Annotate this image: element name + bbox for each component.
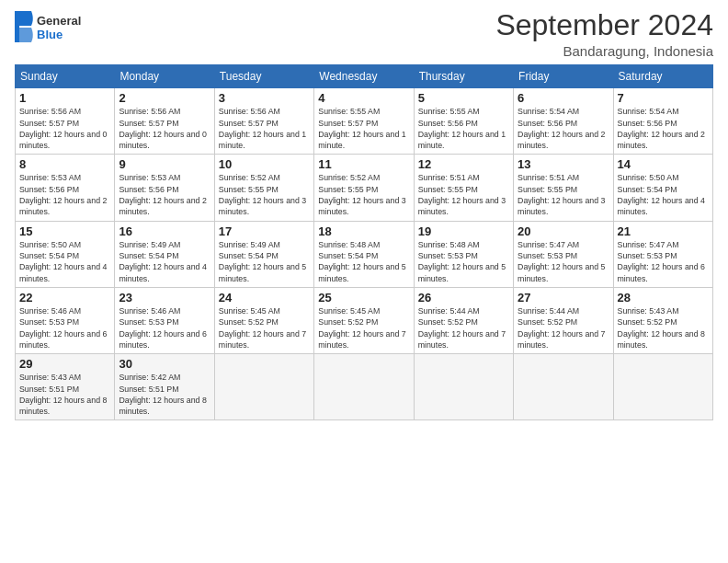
calendar-cell: 21 Sunrise: 5:47 AM Sunset: 5:53 PM Dayl… (613, 221, 712, 287)
calendar-cell: 2 Sunrise: 5:56 AM Sunset: 5:57 PM Dayli… (115, 88, 214, 155)
day-info: Sunrise: 5:47 AM Sunset: 5:53 PM Dayligh… (618, 239, 709, 284)
day-info: Sunrise: 5:45 AM Sunset: 5:52 PM Dayligh… (318, 305, 409, 350)
day-info: Sunrise: 5:43 AM Sunset: 5:51 PM Dayligh… (19, 372, 110, 417)
calendar-cell: 17 Sunrise: 5:49 AM Sunset: 5:54 PM Dayl… (214, 221, 313, 287)
week-row-5: 29 Sunrise: 5:43 AM Sunset: 5:51 PM Dayl… (16, 354, 713, 420)
day-number: 19 (418, 224, 509, 238)
day-info: Sunrise: 5:48 AM Sunset: 5:53 PM Dayligh… (418, 239, 509, 284)
day-number: 22 (19, 291, 110, 304)
calendar-cell: 12 Sunrise: 5:51 AM Sunset: 5:55 PM Dayl… (414, 155, 513, 221)
day-number: 13 (518, 157, 609, 171)
header-friday: Friday (514, 65, 613, 88)
calendar-cell: 11 Sunrise: 5:52 AM Sunset: 5:55 PM Dayl… (314, 155, 414, 221)
calendar-cell: 14 Sunrise: 5:50 AM Sunset: 5:54 PM Dayl… (613, 155, 712, 221)
day-info: Sunrise: 5:50 AM Sunset: 5:54 PM Dayligh… (618, 172, 709, 217)
calendar-cell (613, 354, 712, 420)
calendar-cell: 8 Sunrise: 5:53 AM Sunset: 5:56 PM Dayli… (16, 155, 115, 221)
day-number: 9 (119, 157, 210, 171)
day-number: 17 (219, 224, 310, 238)
calendar-cell: 23 Sunrise: 5:46 AM Sunset: 5:53 PM Dayl… (115, 287, 214, 353)
day-number: 3 (219, 91, 310, 105)
header-sunday: Sunday (16, 65, 115, 88)
header-saturday: Saturday (613, 65, 712, 88)
day-info: Sunrise: 5:45 AM Sunset: 5:52 PM Dayligh… (219, 305, 310, 350)
day-number: 1 (19, 91, 110, 105)
calendar-cell: 28 Sunrise: 5:43 AM Sunset: 5:52 PM Dayl… (613, 287, 712, 353)
day-info: Sunrise: 5:46 AM Sunset: 5:53 PM Dayligh… (119, 305, 210, 350)
week-row-2: 8 Sunrise: 5:53 AM Sunset: 5:56 PM Dayli… (16, 155, 713, 221)
location: Bandaragung, Indonesia (495, 43, 713, 59)
title-block: September 2024 Bandaragung, Indonesia (495, 9, 713, 59)
day-number: 8 (19, 157, 110, 171)
header-tuesday: Tuesday (214, 65, 313, 88)
general-blue-logo-icon: General Blue (15, 9, 88, 44)
calendar-cell: 24 Sunrise: 5:45 AM Sunset: 5:52 PM Dayl… (214, 287, 313, 353)
day-number: 29 (19, 357, 110, 371)
day-info: Sunrise: 5:47 AM Sunset: 5:53 PM Dayligh… (518, 239, 609, 284)
day-number: 12 (418, 157, 509, 171)
day-info: Sunrise: 5:42 AM Sunset: 5:51 PM Dayligh… (119, 372, 210, 417)
calendar-cell: 10 Sunrise: 5:52 AM Sunset: 5:55 PM Dayl… (214, 155, 313, 221)
day-number: 25 (318, 291, 409, 304)
calendar-cell: 13 Sunrise: 5:51 AM Sunset: 5:55 PM Dayl… (514, 155, 613, 221)
day-number: 21 (618, 224, 709, 238)
calendar-cell (214, 354, 313, 420)
day-info: Sunrise: 5:56 AM Sunset: 5:57 PM Dayligh… (219, 106, 310, 151)
calendar-cell: 4 Sunrise: 5:55 AM Sunset: 5:57 PM Dayli… (314, 88, 414, 155)
calendar-cell: 18 Sunrise: 5:48 AM Sunset: 5:54 PM Dayl… (314, 221, 414, 287)
day-number: 18 (318, 224, 409, 238)
day-info: Sunrise: 5:56 AM Sunset: 5:57 PM Dayligh… (19, 106, 110, 151)
day-number: 14 (618, 157, 709, 171)
calendar-cell: 3 Sunrise: 5:56 AM Sunset: 5:57 PM Dayli… (214, 88, 313, 155)
week-row-1: 1 Sunrise: 5:56 AM Sunset: 5:57 PM Dayli… (16, 88, 713, 155)
calendar-cell: 19 Sunrise: 5:48 AM Sunset: 5:53 PM Dayl… (414, 221, 513, 287)
header-wednesday: Wednesday (314, 65, 414, 88)
day-number: 10 (219, 157, 310, 171)
logo: General Blue (15, 9, 88, 44)
day-info: Sunrise: 5:55 AM Sunset: 5:57 PM Dayligh… (318, 106, 409, 151)
day-number: 11 (318, 157, 409, 171)
day-number: 20 (518, 224, 609, 238)
day-info: Sunrise: 5:52 AM Sunset: 5:55 PM Dayligh… (219, 172, 310, 217)
calendar-cell: 26 Sunrise: 5:44 AM Sunset: 5:52 PM Dayl… (414, 287, 513, 353)
day-number: 16 (119, 224, 210, 238)
day-number: 28 (618, 291, 709, 304)
page: General Blue September 2024 Bandaragung,… (0, 0, 728, 563)
day-number: 26 (418, 291, 509, 304)
calendar-cell: 6 Sunrise: 5:54 AM Sunset: 5:56 PM Dayli… (514, 88, 613, 155)
calendar-cell (514, 354, 613, 420)
day-info: Sunrise: 5:51 AM Sunset: 5:55 PM Dayligh… (418, 172, 509, 217)
week-row-3: 15 Sunrise: 5:50 AM Sunset: 5:54 PM Dayl… (16, 221, 713, 287)
day-number: 7 (618, 91, 709, 105)
calendar-cell: 22 Sunrise: 5:46 AM Sunset: 5:53 PM Dayl… (16, 287, 115, 353)
day-info: Sunrise: 5:53 AM Sunset: 5:56 PM Dayligh… (19, 172, 110, 217)
day-number: 6 (518, 91, 609, 105)
day-number: 2 (119, 91, 210, 105)
day-number: 23 (119, 291, 210, 304)
day-info: Sunrise: 5:49 AM Sunset: 5:54 PM Dayligh… (119, 239, 210, 284)
calendar-cell: 15 Sunrise: 5:50 AM Sunset: 5:54 PM Dayl… (16, 221, 115, 287)
week-row-4: 22 Sunrise: 5:46 AM Sunset: 5:53 PM Dayl… (16, 287, 713, 353)
day-info: Sunrise: 5:52 AM Sunset: 5:55 PM Dayligh… (318, 172, 409, 217)
day-info: Sunrise: 5:49 AM Sunset: 5:54 PM Dayligh… (219, 239, 310, 284)
day-number: 4 (318, 91, 409, 105)
header-thursday: Thursday (414, 65, 513, 88)
calendar-cell: 16 Sunrise: 5:49 AM Sunset: 5:54 PM Dayl… (115, 221, 214, 287)
calendar-cell: 25 Sunrise: 5:45 AM Sunset: 5:52 PM Dayl… (314, 287, 414, 353)
day-number: 15 (19, 224, 110, 238)
svg-rect-2 (15, 11, 19, 42)
calendar-cell: 1 Sunrise: 5:56 AM Sunset: 5:57 PM Dayli… (16, 88, 115, 155)
calendar-cell: 5 Sunrise: 5:55 AM Sunset: 5:56 PM Dayli… (414, 88, 513, 155)
calendar-cell: 9 Sunrise: 5:53 AM Sunset: 5:56 PM Dayli… (115, 155, 214, 221)
day-info: Sunrise: 5:56 AM Sunset: 5:57 PM Dayligh… (119, 106, 210, 151)
day-info: Sunrise: 5:55 AM Sunset: 5:56 PM Dayligh… (418, 106, 509, 151)
day-info: Sunrise: 5:43 AM Sunset: 5:52 PM Dayligh… (618, 305, 709, 350)
svg-text:Blue: Blue (37, 28, 63, 41)
day-info: Sunrise: 5:44 AM Sunset: 5:52 PM Dayligh… (518, 305, 609, 350)
day-number: 5 (418, 91, 509, 105)
month-year: September 2024 (495, 9, 713, 41)
header-monday: Monday (115, 65, 214, 88)
calendar-cell: 29 Sunrise: 5:43 AM Sunset: 5:51 PM Dayl… (16, 354, 115, 420)
day-info: Sunrise: 5:54 AM Sunset: 5:56 PM Dayligh… (618, 106, 709, 151)
day-info: Sunrise: 5:54 AM Sunset: 5:56 PM Dayligh… (518, 106, 609, 151)
